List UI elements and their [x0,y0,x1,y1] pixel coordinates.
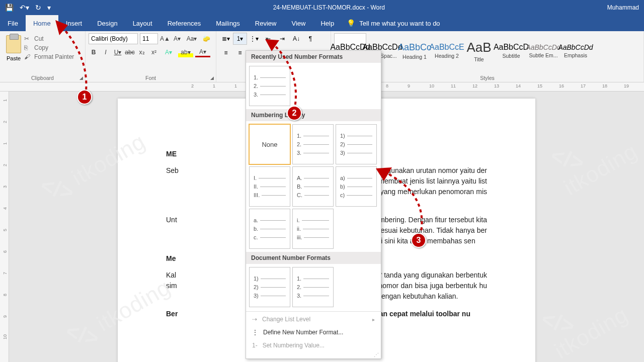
tab-view[interactable]: View [284,15,313,31]
brush-icon: 🖌 [24,53,31,60]
font-size-select[interactable] [140,33,158,44]
annotation-arrow-3 [375,163,435,249]
qat-customize-icon[interactable]: ▾ [47,4,51,12]
define-new-number-format[interactable]: ⋮ Define New Number Format... [246,326,381,339]
set-numbering-value[interactable]: 1- Set Numbering Value... [246,339,381,352]
define-icon: ⋮ [252,329,258,336]
numbering-option[interactable]: I.II.III. [249,166,290,207]
redo-icon[interactable]: ↻ [35,4,41,12]
font-color-button[interactable]: A▾ [195,47,210,57]
superscript-button[interactable]: x² [149,47,159,57]
numbering-option[interactable]: 1.2.3. [292,124,334,164]
set-value-icon: 1- [252,342,258,349]
style-subtitle[interactable]: AaBbCcDSubtitle [495,33,527,68]
multilevel-button[interactable]: ⋮▾ [248,33,261,44]
save-icon[interactable]: 💾 [5,4,14,12]
numbering-button[interactable]: 1▾ [233,33,247,44]
quick-access-toolbar: 💾 ↶▾ ↻ ▾ [0,4,56,12]
numbering-option[interactable]: A.B.C. [292,166,334,207]
numbering-option[interactable]: 1)2)3) [336,124,377,164]
chevron-right-icon: ▸ [372,317,375,322]
resize-grip-icon[interactable]: ⋰ [246,352,381,358]
bullets-button[interactable]: ≣▾ [219,33,232,44]
user-name[interactable]: Muhammad [602,4,644,11]
window-title: 24-MEMBUAT-LIST-NOMOR.docx - Word [56,4,602,11]
annotation-arrow-1 [50,18,101,103]
undo-icon[interactable]: ↶▾ [20,4,29,12]
style-heading-1[interactable]: AaBbCcHeading 1 [398,33,431,68]
scissors-icon: ✂ [24,35,31,42]
style-heading-2[interactable]: AaBbCcEHeading 2 [431,33,463,68]
copy-icon: ⎘ [24,44,31,51]
change-list-level[interactable]: ⇢ Change List Level ▸ [246,313,381,326]
paste-label: Paste [7,55,21,61]
numbering-option[interactable]: 1.2.3. [292,267,334,307]
docfmt-gallery: 1)2)3)1.2.3. [246,264,381,310]
vertical-ruler[interactable]: 1212345678910 [0,92,9,362]
strikethrough-button[interactable]: abc [125,47,135,57]
change-case-button[interactable]: Aa▾ [184,34,199,44]
titlebar: 💾 ↶▾ ↻ ▾ 24-MEMBUAT-LIST-NOMOR.docx - Wo… [0,0,644,15]
underline-button[interactable]: U▾ [113,47,123,57]
tab-layout[interactable]: Layout [125,15,160,31]
numbering-option[interactable]: i.ii.iii. [292,209,334,249]
style-title[interactable]: AaBTitle [463,33,495,68]
tab-references[interactable]: References [160,15,208,31]
list-level-icon: ⇢ [252,316,257,323]
annotation-badge-2: 2 [287,106,302,121]
annotation-badge-1: 1 [77,89,92,105]
numbering-option[interactable]: None [249,124,290,164]
text-effects-button[interactable]: A▾ [161,47,176,57]
paste-button[interactable]: Paste [3,33,24,80]
numbering-option[interactable]: 1)2)3) [249,267,290,307]
paste-icon [6,35,21,53]
numbering-option[interactable]: a.b.c. [249,209,290,249]
align-left-button[interactable]: ≡ [219,47,232,58]
clear-formatting-button[interactable]: 🧽 [201,34,211,44]
tab-mailings[interactable]: Mailings [208,15,248,31]
numbering-option[interactable]: a)b)c) [336,166,377,207]
font-group-label: Font [86,75,216,81]
docfmt-heading: Document Number Formats [246,252,381,264]
tell-me-placeholder: Tell me what you want to do [359,20,440,27]
font-group: A▲ A▾ Aa▾ 🧽 B I U▾ abc x₂ x² A▾ ab▾ A▾ F… [86,31,216,82]
subscript-button[interactable]: x₂ [137,47,147,57]
annotation-arrow-2 [264,35,309,121]
style-subtle-em---[interactable]: AaBbCcDdSubtle Em... [527,33,559,68]
style-emphasis[interactable]: AaBbCcDdEmphasis [559,33,592,68]
italic-button[interactable]: I [101,47,111,57]
library-gallery: None1.2.3.1)2)3)I.II.III.A.B.C.a)b)c)a.b… [246,121,381,252]
tab-review[interactable]: Review [248,15,284,31]
tab-help[interactable]: Help [313,15,342,31]
annotation-badge-3: 3 [411,233,426,248]
font-launcher[interactable]: ◢ [210,75,214,80]
align-center-button[interactable]: ≡ [233,47,247,58]
highlight-button[interactable]: ab▾ [178,47,193,57]
tell-me-search[interactable]: 💡 Tell me what you want to do [342,15,445,31]
grow-font-button[interactable]: A▲ [160,34,170,44]
bulb-icon: 💡 [347,19,355,27]
tab-file[interactable]: File [0,15,26,31]
shrink-font-button[interactable]: A▾ [172,34,182,44]
